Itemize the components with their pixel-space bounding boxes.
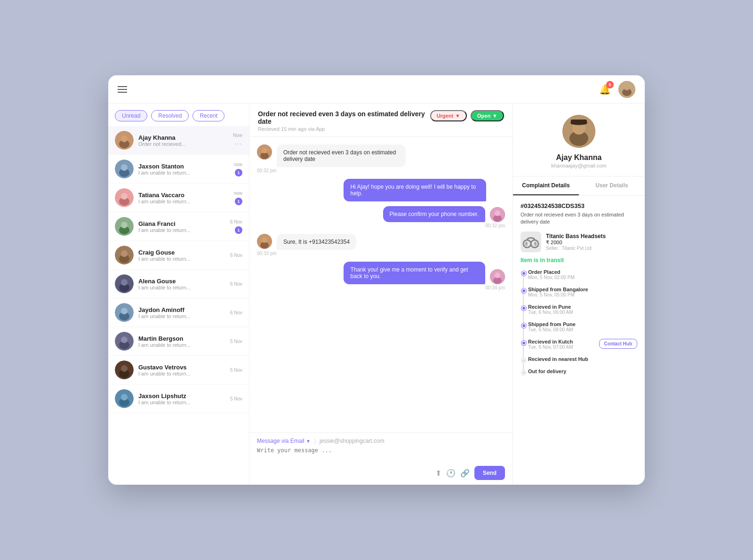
contact-info: Giana Franci I am unable to return... [138,220,225,233]
contact-time: 5 Nov [230,339,242,344]
tab-user-details[interactable]: User Details [579,176,645,195]
timeline-event: Recieved in Pune [528,304,573,310]
timeline-row: Out for delivery [528,368,637,374]
product-price: ₹ 2000 [546,240,606,246]
notification-bell[interactable]: 🔔 5 [599,84,611,95]
timeline-item: Shipped from Pune Tue, 6 Nov, 08:00 AM [528,321,637,332]
hamburger-icon[interactable] [118,84,127,95]
contact-preview: I am unable to return... [138,371,225,376]
contact-time: 6 Nov [230,253,242,258]
contact-preview: I am unable to return... [138,342,225,348]
message-time: 00:32 pm [257,168,277,173]
contact-avatar [115,303,134,322]
compose-channel[interactable]: Message via Email ▼ [257,438,311,444]
timeline-item: Order Placed Mon, 5 Nov, 02:00 PM [528,269,637,280]
message-bubble: Thank you! give me a moment to verify an… [344,262,485,284]
contact-item[interactable]: Gustavo Vetrovs I am unable to return...… [108,356,249,384]
top-bar-right: 🔔 5 [599,81,635,98]
contact-time: 5 Nov [230,368,242,373]
svg-point-44 [495,272,500,278]
complaint-id: #03245324538CDS353 [521,202,637,209]
compose-input[interactable] [257,447,505,461]
contact-preview: I am unable to return... [138,285,225,290]
contact-info: Ajay Khanna Order not recieved... [138,134,228,147]
message-bubble: Sure, It is +913423542354 [277,234,356,250]
contact-item[interactable]: Giana Franci I am unable to return... 6 … [108,212,249,241]
profile-avatar [562,115,595,148]
upload-icon[interactable]: ⬆ [435,469,441,478]
contact-time: now [234,191,242,196]
contact-name: Craig Gouse [138,249,225,256]
contact-meta: 6 Nov [230,281,242,287]
product-name: Titanic Bass Headsets [546,233,606,240]
contact-item[interactable]: Ajay Khanna Order not recieved... Now ··… [108,126,249,155]
contact-time: Now [233,133,242,138]
unread-badge: 1 [235,226,242,234]
contact-avatar [115,246,134,264]
timeline-dot [521,323,526,328]
timeline-dot [521,358,526,363]
agent-avatar [490,207,505,222]
contact-item[interactable]: Martin Bergson I am unable to return... … [108,327,249,356]
right-panel: Ajay Khanna khannaajay@gmail.com Complai… [513,104,645,485]
agent-avatar [490,269,505,284]
product-seller: Seller : Titanic Pvt Ltd [546,246,606,251]
urgent-badge[interactable]: Urgent ▼ [430,110,467,121]
contact-meta: 6 Nov [230,310,242,315]
timeline-time: Tue, 6 Nov, 08:00 AM [528,327,576,332]
contact-item[interactable]: Craig Gouse I am unable to return... 6 N… [108,241,249,270]
svg-rect-54 [534,242,537,246]
svg-point-20 [121,279,128,286]
timeline-row: Recieved in nearest Hub [528,356,637,362]
tab-resolved[interactable]: Resolved [151,110,189,121]
contact-item[interactable]: Alena Gouse I am unable to return... 6 N… [108,270,249,298]
timeline-event: Shipped from Pune [528,321,576,327]
contact-item[interactable]: Tatiana Vaccaro I am unable to return...… [108,184,249,212]
message-received-block: Sure, It is +913423542354 00:33 pm [257,234,505,257]
user-avatar-top[interactable] [618,81,635,98]
link-icon[interactable]: 🔗 [460,469,470,478]
complaint-description: Order not recieved even 3 days on estima… [521,211,637,226]
svg-point-29 [121,365,128,372]
chat-title: Order not recieved even 3 days on estima… [258,110,430,125]
svg-point-14 [121,222,128,228]
contact-time: 6 Nov [230,281,242,287]
contact-name: Ajay Khanna [138,134,228,141]
transit-status: Item is in transit [521,257,637,264]
chat-header-actions: Urgent ▼ Open ▼ [430,110,504,121]
send-button[interactable]: Send [474,466,505,480]
message-time: 00:33 pm [257,251,277,256]
tab-unread[interactable]: Unread [115,110,147,121]
contact-info: Jaydon Aminoff I am unable to return... [138,306,225,319]
contact-hub-button[interactable]: Contact Hub [599,339,637,349]
timeline-time: Mon, 5 Nov, 05:00 PM [528,292,588,297]
compose-top: Message via Email ▼ | jessie@shoppingcar… [257,438,505,444]
contact-info: Martin Bergson I am unable to return... [138,335,225,348]
message-sent-block: Thank you! give me a moment to verify an… [257,262,505,291]
compose-recipient: jessie@shoppingcart.com [320,438,385,444]
more-dots-icon[interactable]: ··· [235,140,242,148]
compose-bottom: ⬆ 🕐 🔗 Send [257,466,505,480]
timeline-item: Out for delivery [528,368,637,374]
contact-time: 6 Nov [230,310,242,315]
contact-name: Alena Gouse [138,278,225,285]
contact-item[interactable]: Jaydon Aminoff I am unable to return... … [108,298,249,327]
contact-item[interactable]: Jaxson Lipshutz I am unable to return...… [108,384,249,413]
svg-point-26 [121,336,128,343]
tab-complaint-details[interactable]: Complaint Details [513,176,579,195]
contact-meta: Now ··· [233,133,242,148]
schedule-icon[interactable]: 🕐 [446,469,456,478]
contact-item[interactable]: Jaxson Stanton I am unable to return... … [108,155,249,184]
contact-name: Jaxson Stanton [138,163,229,170]
contact-avatar [115,360,134,379]
customer-avatar [257,234,272,249]
svg-point-38 [495,210,500,216]
timeline-time: Tue, 6 Nov, 07:00 AM [528,344,573,350]
tab-recent[interactable]: Recent [192,110,224,121]
product-card: Titanic Bass Headsets ₹ 2000 Seller : Ti… [521,232,637,252]
unread-badge: 1 [235,169,242,176]
open-badge[interactable]: Open ▼ [471,110,504,121]
timeline-event: Shipped from Bangalore [528,287,588,292]
chat-header-info: Order not recieved even 3 days on estima… [258,110,430,132]
timeline-time: Mon, 5 Nov, 02:00 PM [528,275,575,280]
